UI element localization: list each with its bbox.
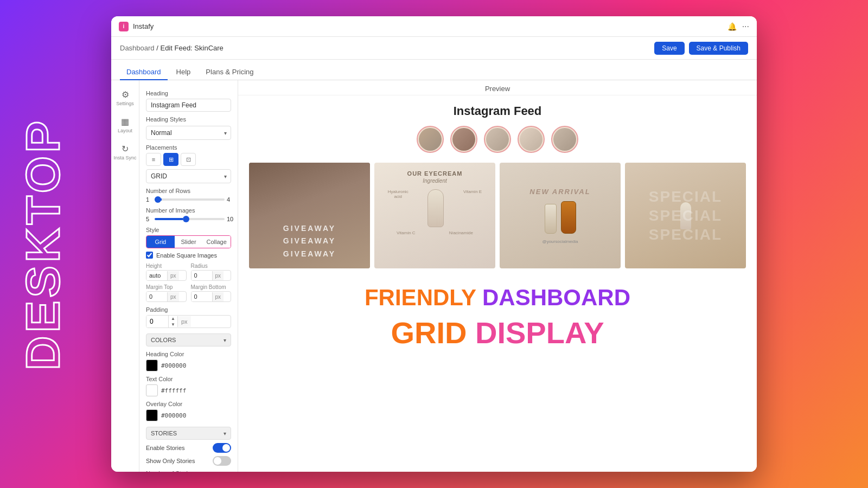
padding-down-arrow[interactable]: ▼ — [169, 322, 177, 328]
settings-icon: ⚙ — [120, 89, 131, 100]
overlay-color-swatch[interactable] — [146, 409, 158, 421]
placement-list-btn[interactable]: ≡ — [146, 153, 161, 166]
stories-label: STORIES — [151, 430, 177, 436]
promo-dashboard: DASHBOARD — [482, 285, 630, 310]
show-only-toggle[interactable] — [213, 456, 231, 466]
heading-input[interactable] — [146, 99, 231, 112]
padding-up-arrow[interactable]: ▲ — [169, 316, 177, 322]
height-input-row: px — [146, 270, 187, 281]
height-input[interactable] — [146, 271, 167, 280]
rows-max: 4 — [227, 196, 233, 203]
settings-label: Settings — [116, 101, 134, 106]
colors-section-header[interactable]: COLORS ▾ — [146, 333, 231, 346]
margin-top-field: Margin Top px — [146, 284, 187, 302]
style-slider-btn[interactable]: Slider — [175, 236, 203, 248]
heading-color-row: #000000 — [146, 359, 231, 371]
grid-item-1[interactable]: GIVEAWAYGIVEAWAYGIVEAWAY — [249, 163, 370, 268]
colors-arrow: ▾ — [224, 337, 226, 343]
story-5[interactable] — [551, 126, 578, 153]
save-button[interactable]: Save — [654, 42, 684, 55]
story-2[interactable] — [450, 126, 477, 153]
radius-input-row: px — [191, 270, 232, 281]
square-images-checkbox[interactable] — [146, 252, 153, 259]
heading-styles-wrapper: Normal ▾ — [146, 126, 231, 140]
preview-label: Preview — [238, 80, 757, 95]
square-images-row: Enable Square Images — [146, 252, 231, 259]
enable-stories-label: Enable Stories — [146, 445, 185, 451]
style-collage-btn[interactable]: Collage — [202, 236, 231, 248]
rows-slider-row: 1 4 — [146, 196, 231, 203]
images-max: 10 — [227, 216, 233, 222]
giveaway-image: GIVEAWAYGIVEAWAYGIVEAWAY — [249, 163, 370, 268]
style-row: Grid Slider Collage — [146, 235, 231, 248]
story-1[interactable] — [417, 126, 444, 153]
promo-line1: FRIENDLY DASHBOARD — [260, 285, 735, 311]
bell-icon[interactable]: 🔔 — [727, 22, 737, 31]
height-field: Height px — [146, 263, 187, 281]
title-bar-icons: 🔔 ··· — [727, 22, 749, 31]
padding-label: Padding — [146, 306, 231, 313]
promo-display: DISPLAY — [475, 316, 604, 350]
enable-stories-row: Enable Stories — [146, 443, 231, 453]
story-4[interactable] — [518, 126, 545, 153]
margin-bottom-input-row: px — [191, 291, 232, 302]
app-name: Instafy — [133, 22, 723, 30]
save-publish-button[interactable]: Save & Publish — [689, 42, 748, 55]
radius-input[interactable] — [192, 271, 212, 280]
enable-stories-toggle[interactable] — [213, 443, 231, 453]
margin-top-label: Margin Top — [146, 284, 187, 290]
text-color-row: #ffffff — [146, 384, 231, 396]
margin-bottom-input[interactable] — [192, 292, 212, 301]
tab-dashboard[interactable]: Dashboard — [120, 65, 168, 80]
breadcrumb-page: Edit Feed: SkinCare — [160, 44, 223, 52]
margin-bottom-field: Margin Bottom px — [191, 284, 232, 302]
heading-color-hex[interactable]: #000000 — [161, 362, 186, 369]
story-3[interactable] — [484, 126, 511, 153]
margin-top-input[interactable] — [146, 292, 167, 301]
heading-color-swatch[interactable] — [146, 359, 158, 371]
rows-label: Number of Rows — [146, 188, 231, 194]
show-only-stories-row: Show Only Stories — [146, 456, 231, 466]
stories-arrow: ▾ — [224, 431, 226, 436]
overlay-color-label: Overlay Color — [146, 401, 231, 407]
images-min: 5 — [146, 216, 152, 222]
sidebar-item-layout[interactable]: ▦ Layout — [113, 113, 137, 137]
text-color-swatch[interactable] — [146, 384, 158, 396]
margin-row: Margin Top px Margin Bottom px — [146, 284, 231, 302]
padding-input[interactable] — [146, 316, 168, 328]
grid-type-select[interactable]: GRID — [146, 169, 231, 183]
padding-row: ▲ ▼ px — [146, 315, 231, 328]
promo-line2: GRID DISPLAY — [260, 315, 735, 350]
sync-icon: ↻ — [120, 143, 131, 154]
placement-other-btn[interactable]: ⊡ — [181, 153, 196, 166]
more-icon[interactable]: ··· — [742, 22, 749, 31]
stories-section-header[interactable]: STORIES ▾ — [146, 427, 231, 440]
tab-help[interactable]: Help — [170, 65, 197, 80]
rows-min: 1 — [146, 196, 152, 203]
grid-item-2[interactable]: OUR EYECREAM Ingredient Hyaluronicacid V… — [374, 163, 495, 268]
rows-slider[interactable] — [155, 198, 225, 201]
placements-label: Placements — [146, 144, 231, 151]
sidebar-item-settings[interactable]: ⚙ Settings — [113, 86, 137, 110]
breadcrumb-dashboard[interactable]: Dashboard — [120, 44, 155, 52]
tab-plans[interactable]: Plans & Pricing — [199, 65, 260, 80]
text-color-label: Text Color — [146, 376, 231, 382]
grid-item-3[interactable]: NEW ARRIVAL @yoursocialmedia — [500, 163, 621, 268]
sidebar-item-sync[interactable]: ↻ Insta Sync — [113, 140, 137, 164]
top-nav-actions: Save Save & Publish — [654, 42, 748, 55]
overlay-color-hex[interactable]: #000000 — [161, 412, 186, 419]
text-color-hex[interactable]: #ffffff — [161, 387, 186, 394]
images-slider[interactable] — [155, 218, 225, 220]
heading-color-label: Heading Color — [146, 351, 231, 357]
style-grid-btn[interactable]: Grid — [146, 236, 175, 248]
app-window: i Instafy 🔔 ··· Dashboard / Edit Feed: S… — [111, 16, 757, 472]
promo-banner: FRIENDLY DASHBOARD GRID DISPLAY — [249, 268, 746, 367]
show-only-label: Show Only Stories — [146, 458, 195, 464]
height-unit: px — [167, 271, 179, 280]
breadcrumb: Dashboard / Edit Feed: SkinCare — [120, 44, 224, 52]
grid-item-4[interactable]: SPECIALSPECIALSPECIAL — [625, 163, 746, 268]
images-label: Number of Images — [146, 207, 231, 214]
heading-styles-select[interactable]: Normal — [146, 126, 231, 140]
height-label: Height — [146, 263, 187, 269]
placement-grid-btn[interactable]: ⊞ — [163, 153, 178, 166]
